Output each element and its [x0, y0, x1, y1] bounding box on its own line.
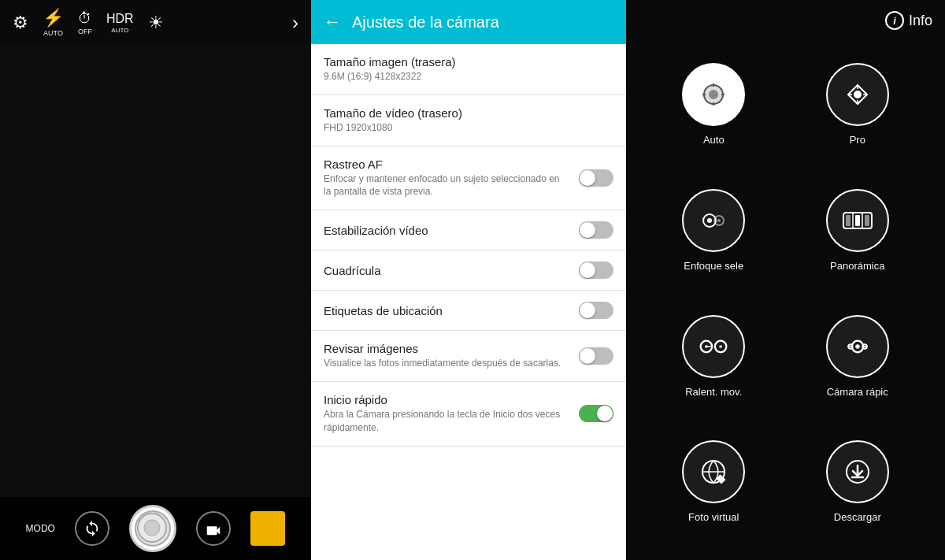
svg-point-18 [720, 345, 723, 348]
mode-label: MODO [26, 523, 55, 534]
image-size-title: Tamaño imagen (trasera) [324, 55, 604, 69]
toggle-knob [580, 348, 595, 364]
image-size-subtitle: 9.6M (16:9) 4128x2322 [324, 70, 604, 83]
selective-focus-mode-label: Enfoque sele [684, 260, 743, 272]
video-size-subtitle: FHD 1920x1080 [324, 121, 604, 135]
info-icon[interactable]: i [885, 11, 904, 30]
grid-toggle[interactable] [579, 261, 613, 279]
svg-rect-14 [865, 215, 869, 226]
auto-mode-icon [682, 63, 745, 126]
fast-camera-mode-icon [826, 315, 889, 378]
pro-mode-icon [826, 63, 889, 126]
review-images-title: Revisar imágenes [324, 342, 569, 355]
location-tags-toggle[interactable] [579, 302, 613, 319]
auto-mode-item[interactable]: Auto [642, 49, 786, 175]
back-button[interactable]: ← [324, 12, 341, 32]
svg-point-4 [854, 91, 862, 98]
pro-mode-item[interactable]: Pro [786, 49, 930, 175]
bottom-toolbar: MODO [0, 497, 311, 560]
camera-viewfinder [0, 45, 311, 497]
fast-camera-mode-item[interactable]: Cámara rápic [786, 301, 930, 427]
slow-motion-mode-label: Ralent. mov. [685, 386, 742, 398]
gallery-thumbnail[interactable] [250, 511, 285, 546]
location-tags-title: Etiquetas de ubicación [324, 304, 569, 317]
download-mode-label: Descargar [834, 511, 881, 523]
toggle-knob [580, 222, 595, 238]
location-tags-setting[interactable]: Etiquetas de ubicación [311, 291, 626, 331]
toggle-knob [597, 406, 613, 421]
svg-rect-12 [846, 215, 850, 226]
svg-point-3 [709, 90, 718, 99]
panoramic-mode-item[interactable]: Panorámica [786, 175, 930, 301]
svg-point-17 [705, 345, 708, 348]
settings-header: ← Ajustes de la cámara [311, 0, 626, 44]
brightness-icon[interactable]: ☀ [148, 13, 164, 33]
fast-camera-mode-label: Cámara rápic [827, 386, 888, 398]
quick-launch-setting[interactable]: Inicio rápido Abra la Cámara presionando… [311, 382, 626, 447]
quick-launch-subtitle: Abra la Cámara presionando la tecla de I… [324, 408, 569, 435]
settings-icon[interactable]: ⚙ [13, 13, 28, 33]
shutter-button[interactable] [129, 505, 176, 552]
video-size-title: Tamaño de vídeo (trasero) [324, 106, 604, 120]
video-size-setting[interactable]: Tamaño de vídeo (trasero) FHD 1920x1080 [311, 95, 626, 146]
more-options-icon[interactable]: › [292, 12, 298, 34]
rotate-camera-button[interactable] [75, 511, 109, 546]
af-tracking-toggle[interactable] [579, 169, 613, 187]
timer-icon[interactable]: ⏱ OFF [78, 10, 92, 35]
af-tracking-setting[interactable]: Rastreo AF Enfocar y mantener enfocado u… [311, 146, 626, 211]
video-mode-button[interactable] [196, 511, 231, 546]
download-mode-item[interactable]: Descargar [786, 426, 930, 552]
slow-motion-mode-item[interactable]: Ralent. mov. [642, 301, 786, 427]
panoramic-mode-icon [826, 189, 889, 252]
review-images-subtitle: Visualice las fotos inmediatamente despu… [324, 357, 569, 370]
review-images-setting[interactable]: Revisar imágenes Visualice las fotos inm… [311, 331, 626, 382]
virtual-photo-mode-item[interactable]: Foto virtual [642, 426, 786, 552]
auto-mode-label: Auto [703, 134, 724, 146]
hdr-icon[interactable]: HDR AUTO [106, 12, 134, 34]
grid-setting[interactable]: Cuadrícula [311, 250, 626, 291]
pro-mode-label: Pro [850, 134, 865, 146]
virtual-photo-mode-icon [682, 440, 745, 503]
info-label: Info [909, 13, 932, 29]
settings-list: Tamaño imagen (trasera) 9.6M (16:9) 4128… [311, 44, 626, 560]
mode-selector-panel: i Info Auto Pro [626, 0, 945, 560]
right-header: i Info [626, 0, 945, 41]
slow-motion-mode-icon [682, 315, 745, 378]
flash-icon[interactable]: ⚡ AUTO [43, 8, 64, 37]
review-images-toggle[interactable] [579, 347, 613, 365]
toggle-knob [580, 262, 595, 278]
svg-point-22 [855, 344, 859, 348]
video-stabilization-title: Estabilización vídeo [324, 224, 569, 237]
svg-point-6 [707, 218, 712, 223]
af-tracking-title: Rastreo AF [324, 158, 569, 171]
virtual-photo-mode-label: Foto virtual [688, 511, 739, 523]
camera-viewfinder-panel: ⚙ ⚡ AUTO ⏱ OFF HDR AUTO ☀ › MODO [0, 0, 311, 560]
toggle-knob [580, 170, 595, 186]
video-stabilization-setting[interactable]: Estabilización vídeo [311, 210, 626, 250]
shutter-inner [135, 510, 171, 547]
settings-title: Ajustes de la cámara [352, 13, 499, 32]
settings-panel: ← Ajustes de la cámara Tamaño imagen (tr… [311, 0, 626, 560]
selective-focus-mode-icon [682, 189, 745, 252]
video-stabilization-toggle[interactable] [579, 221, 613, 239]
af-tracking-subtitle: Enfocar y mantener enfocado un sujeto se… [324, 172, 569, 199]
quick-launch-title: Inicio rápido [324, 393, 569, 406]
download-mode-icon [826, 440, 889, 503]
svg-point-1 [144, 520, 160, 536]
image-size-setting[interactable]: Tamaño imagen (trasera) 9.6M (16:9) 4128… [311, 44, 626, 95]
svg-rect-13 [855, 215, 860, 226]
quick-launch-toggle[interactable] [579, 405, 613, 422]
modes-grid: Auto Pro Enfoqu [626, 41, 945, 560]
top-toolbar: ⚙ ⚡ AUTO ⏱ OFF HDR AUTO ☀ › [0, 0, 311, 45]
panoramic-mode-label: Panorámica [830, 260, 884, 272]
selective-focus-mode-item[interactable]: Enfoque sele [642, 175, 786, 301]
grid-title: Cuadrícula [324, 264, 569, 277]
svg-point-8 [717, 219, 721, 222]
toggle-knob [580, 302, 595, 318]
